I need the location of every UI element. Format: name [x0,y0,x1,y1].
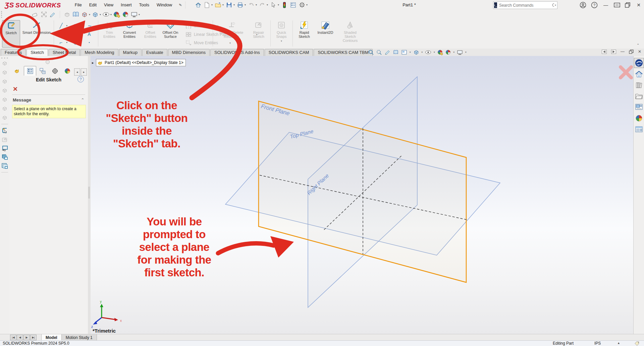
scroll-prev-icon[interactable]: ◀ [17,335,23,340]
new-document-icon[interactable] [203,1,211,9]
tab-solidworks-cam[interactable]: SOLIDWORKS CAM [265,49,313,56]
scroll-next-icon[interactable]: ▶ [23,335,30,340]
repair-sketch-button[interactable]: Repair Sketch [249,20,268,39]
model-tab[interactable]: Model [41,334,62,341]
scroll-last-icon[interactable]: ▶| [30,335,37,340]
display-delete-relations-button[interactable]: Display/Delete Relations [215,20,248,39]
print-icon[interactable] [236,1,244,9]
edit-sketch-tool-icon[interactable]: ✱ [2,127,8,134]
home-icon[interactable] [634,69,644,79]
view-orientation-cube-icon[interactable] [80,10,89,18]
layered-views-icon[interactable] [1,163,8,169]
convert-entities-button[interactable]: Convert Entities [119,20,140,39]
edit-appearance-ball-icon[interactable] [112,10,121,18]
scroll-tabs-left-icon[interactable] [602,50,607,54]
close-button[interactable]: ✕ [635,2,642,8]
menu-insert[interactable]: Insert [117,1,136,9]
collapse-section-icon[interactable]: ⌃ [81,97,85,102]
offset-on-surface-button[interactable]: Offset On Surface [161,20,180,39]
redo-dropdown-icon[interactable]: ▾ [267,3,268,6]
undo-dropdown-icon[interactable]: ▾ [256,3,257,6]
home-icon[interactable] [194,1,202,9]
view-settings-monitor-icon[interactable] [457,50,463,55]
menu-file[interactable]: File [71,1,86,9]
mirror-entities-button[interactable]: Mirror Entities [185,23,219,29]
design-library-icon[interactable] [634,80,644,90]
view-orientation-dropdown-icon[interactable]: ▾ [89,13,90,16]
view-cube-icon[interactable] [2,115,7,120]
view-cube-icon[interactable] [2,106,7,111]
save-icon[interactable] [225,1,233,9]
arc-tool-icon[interactable]: ◠▾ [71,30,79,38]
fillet-dropdown-icon[interactable]: ▾ [66,41,67,44]
pin-menu-icon[interactable]: ✒ [177,2,183,8]
tab-markup[interactable]: Markup [119,49,142,56]
hide-show-eye-icon[interactable] [425,50,431,54]
view-cube-icon[interactable] [2,70,7,75]
save-dropdown-icon[interactable]: ▾ [233,3,235,6]
units-dropdown-icon[interactable]: ▲ [617,341,620,345]
open-dropdown-icon[interactable]: ▾ [222,3,224,6]
line-tool-icon[interactable]: ╱▾ [57,22,65,29]
property-manager-tab[interactable] [24,66,36,76]
open-icon[interactable] [214,1,222,9]
search-dropdown-icon[interactable]: ▾ [555,4,556,7]
rapid-sketch-button[interactable]: Rapid Sketch [295,20,313,39]
quick-snaps-dropdown-icon[interactable]: ▾ [281,39,282,43]
shaded-sketch-contours-button[interactable]: Shaded Sketch Contours [338,20,362,43]
display-style-icon[interactable] [91,10,100,18]
zoom-extents-icon[interactable] [40,10,48,18]
menu-tools[interactable]: Tools [136,1,153,9]
point-tool-icon[interactable]: ▪ [85,39,93,46]
menu-window[interactable]: Window [153,1,176,9]
panel-tabs-scroll-left[interactable]: ◂ [74,68,80,76]
edit-appearance-ball-icon[interactable] [437,50,443,55]
configuration-manager-tab[interactable] [36,66,49,76]
dimxpert-manager-tab[interactable] [49,66,61,76]
rectangle-dropdown-icon[interactable]: ▾ [66,33,67,36]
rebuild-traffic-light-icon[interactable] [280,1,288,9]
select-cursor-icon[interactable] [269,1,277,9]
display-manager-tab[interactable] [61,66,73,76]
view-palette-icon[interactable] [634,102,644,112]
dropdown-icon[interactable]: ▾ [434,51,435,54]
span-displays-icon[interactable] [614,2,620,8]
solidworks-resources-icon[interactable]: 3D [634,58,644,68]
display-style-dropdown-icon[interactable]: ▾ [100,13,101,16]
panel-collapse-handle[interactable] [46,60,50,64]
view-cube-icon[interactable] [2,61,7,66]
tab-sheet-metal[interactable]: Sheet Metal [49,49,80,56]
sketch-button[interactable]: Sketch [2,20,20,48]
cancel-command-button[interactable]: ✕ [13,85,18,93]
doc-restore-icon[interactable] [629,50,634,54]
scroll-tabs-right-icon[interactable] [611,50,616,54]
tab-features[interactable]: Features [1,49,26,56]
splitter-handle[interactable] [88,187,90,199]
doc-minimize-icon[interactable]: — [621,49,625,54]
arc-dropdown-icon[interactable]: ▾ [80,33,82,36]
quick-snaps-button[interactable]: Quick Snaps ▾ [272,20,290,43]
tab-evaluate[interactable]: Evaluate [142,49,167,56]
layered-views-icon[interactable] [1,154,8,160]
strip-drag-dots[interactable]: ● ● ● [1,57,8,59]
user-account-icon[interactable] [580,2,586,8]
spline-tool-icon[interactable]: ∼ [85,22,93,29]
confirmation-corner-cancel-icon[interactable] [618,65,634,80]
view-settings-monitor-icon[interactable] [130,10,139,18]
restore-button[interactable] [625,2,631,8]
hide-show-dropdown-icon[interactable]: ▾ [110,13,112,16]
model-scene[interactable]: Front Plane Top Plane Right Plane y x z [91,56,633,334]
appearances-scenes-icon[interactable] [634,113,644,123]
scroll-first-icon[interactable]: |◀ [10,335,16,340]
undo-icon[interactable] [247,1,255,9]
section-view-icon[interactable] [63,10,71,18]
instant2d-button[interactable]: Instant2D [315,20,336,34]
view-palette-book-icon[interactable] [393,50,399,55]
view-cube-icon[interactable] [2,88,7,93]
tab-solidworks-cam-tbm[interactable]: SOLIDWORKS CAM TBM [314,49,372,56]
repair-sketch-tool-icon[interactable] [2,137,8,143]
view-cube-icon[interactable] [2,79,7,84]
message-section-header[interactable]: Message ⌃ [13,97,85,102]
fillet-tool-icon[interactable]: ⌐▾ [57,39,65,46]
ink-markup-icon[interactable] [48,10,57,18]
